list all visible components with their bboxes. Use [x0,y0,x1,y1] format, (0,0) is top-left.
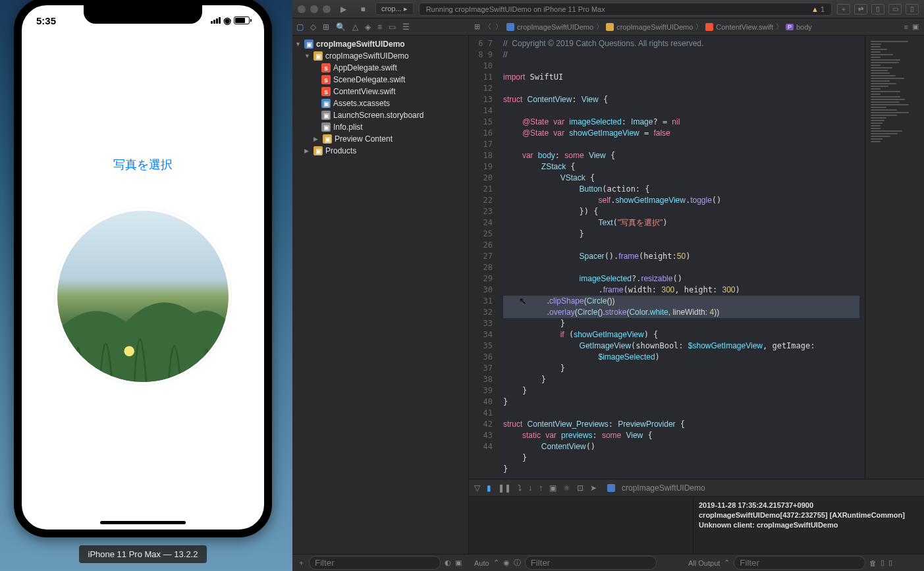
editor-header: ⊞ 〈 〉 cropImageSwiftUIDemo 〉 cropImageSw… [469,18,924,36]
notch [84,5,202,24]
folder-item[interactable]: ▼▣cropImageSwiftUIDemo [292,50,468,62]
related-items-icon[interactable]: ⊞ [474,22,480,31]
back-button[interactable]: 〈 [484,22,491,32]
ios-simulator: 5:35 ◉ 写真を選択 iPhone 11 Pro Max — 13.2.2 [8,0,278,564]
all-output-selector[interactable]: All Output [688,559,720,567]
activity-status: Running cropImageSwiftUIDemo on iPhone 1… [419,3,832,16]
step-over-icon[interactable]: ⤵ [518,483,522,493]
file-item-appdelegate[interactable]: sAppDelegate.swift [292,62,468,74]
variables-view[interactable] [469,497,693,554]
status-text: Running cropImageSwiftUIDemo on iPhone 1… [426,5,605,13]
folder-preview-content[interactable]: ▶▣Preview Content [292,133,468,145]
debug-footer: Auto⌃ ◉ ⓘ All Output⌃ 🗑 ▯ ▯ [469,554,924,571]
folder-products[interactable]: ▶▣Products [292,145,468,157]
breakpoints-toggle[interactable]: ▮ [487,483,491,493]
stop-button[interactable]: ■ [356,3,370,15]
editor-area: ⊞ 〈 〉 cropImageSwiftUIDemo 〉 cropImageSw… [469,18,924,571]
toggle-bottom-panel-button[interactable]: ▭ [888,4,902,14]
quicklook-icon[interactable]: ◉ [503,558,510,567]
simulator-device-label: iPhone 11 Pro Max — 13.2.2 [79,545,207,563]
run-button[interactable]: ▶ [336,3,350,15]
file-tree: ▼▣cropImageSwiftUIDemo ▼▣cropImageSwiftU… [292,36,468,159]
scheme-selector[interactable]: crop... ▸ [375,3,414,15]
file-item-contentview[interactable]: sContentView.swift [292,86,468,97]
memory-graph-icon[interactable]: ⚛ [563,483,570,493]
hide-debug-icon[interactable]: ▽ [474,483,480,493]
xcode-window: ▶ ■ crop... ▸ Running cropImageSwiftUIDe… [292,0,924,571]
navigator-tabs: ▢ ◇ ⊞ 🔍 △ ◈ ≡ ▭ ☰ [292,18,469,36]
target-icon [607,484,615,492]
symbol-tab[interactable]: ⊞ [323,22,329,32]
scm-filter-icon[interactable]: ▣ [455,558,462,567]
editor-body: 6 7 8 9 10 11 12 13 14 15 16 17 18 19 20… [469,36,924,479]
breadcrumb[interactable]: cropImageSwiftUIDemo 〉 cropImageSwiftUID… [506,22,812,32]
environment-icon[interactable]: ⊡ [577,483,584,493]
select-photo-button[interactable]: 写真を選択 [113,157,173,173]
xcode-main: ▢ ◇ ⊞ 🔍 △ ◈ ≡ ▭ ☰ ▼▣cropImageSwiftUIDemo… [292,18,924,571]
clear-console-icon[interactable]: 🗑 [869,559,877,567]
toggle-console-icon[interactable]: ▯ [888,558,892,567]
info-icon[interactable]: ⓘ [514,558,521,568]
variables-filter-input[interactable] [525,556,657,570]
close-window-icon[interactable] [298,5,306,13]
file-item-infoplist[interactable]: ▣Info.plist [292,121,468,133]
debug-toolbar: ▽ ▮ ❚❚ ⤵ ↓ ↑ ▣ ⚛ ⊡ ➤ cropImageSwiftUIDem… [469,479,924,497]
source-control-tab[interactable]: ◇ [310,22,316,32]
location-icon[interactable]: ➤ [590,483,597,493]
test-tab[interactable]: ◈ [365,22,371,32]
app-content: 写真を選択 [22,5,264,530]
code-editor[interactable]: // Copyright © 2019 Catch Questions. All… [498,36,865,479]
window-controls[interactable] [298,5,331,13]
grass-illustration [57,279,229,382]
toggle-vars-icon[interactable]: ▯ [881,558,884,567]
assistant-editor-icon[interactable]: ▣ [912,22,919,31]
file-item-launchscreen[interactable]: ▣LaunchScreen.storyboard [292,109,468,121]
warning-icon: ▲ [811,5,819,13]
recent-filter-icon[interactable]: ◐ [445,558,451,567]
add-target-button[interactable]: ＋ [298,558,305,568]
property-icon: P [786,24,794,30]
iphone-frame: 5:35 ◉ 写真を選択 [14,0,272,537]
project-root[interactable]: ▼▣cropImageSwiftUIDemo [292,38,468,50]
warning-badge[interactable]: ▲1 [811,5,825,13]
debug-area: ▽ ▮ ❚❚ ⤵ ↓ ↑ ▣ ⚛ ⊡ ➤ cropImageSwiftUIDem… [469,479,924,571]
swift-file-icon [705,23,713,31]
library-button[interactable]: ＋ [837,4,850,14]
editor-options-icon[interactable]: ≡ [904,23,908,31]
file-item-scenedelegate[interactable]: sSceneDelegate.swift [292,74,468,86]
selected-image-preview [55,208,231,385]
debug-target-label[interactable]: cropImageSwiftUIDemo [622,483,705,493]
folder-icon [606,23,614,31]
line-gutter: 6 7 8 9 10 11 12 13 14 15 16 17 18 19 20… [469,36,498,479]
step-into-icon[interactable]: ↓ [528,483,532,493]
file-item-assets[interactable]: ▣Assets.xcassets [292,97,468,109]
minimap-content [871,41,919,144]
step-out-icon[interactable]: ↑ [539,483,543,493]
console-filter-input[interactable] [734,556,865,570]
report-tab[interactable]: ☰ [402,22,410,32]
breakpoint-tab[interactable]: ▭ [389,22,396,32]
navigator-footer: ＋ ◐ ▣ [292,554,469,571]
project-navigator-tab[interactable]: ▢ [296,22,304,32]
issue-tab[interactable]: △ [352,22,358,32]
minimap[interactable] [865,36,924,479]
console-output[interactable]: 2019-11-28 17:35:24.215737+0900 cropImag… [693,497,924,554]
project-icon [506,23,514,31]
auto-label[interactable]: Auto [474,559,489,567]
zoom-window-icon[interactable] [323,5,331,13]
minimize-window-icon[interactable] [310,5,318,13]
navigator-filter-input[interactable] [309,556,441,570]
project-navigator[interactable]: ▼▣cropImageSwiftUIDemo ▼▣cropImageSwiftU… [292,36,469,554]
xcode-toolbar: ▶ ■ crop... ▸ Running cropImageSwiftUIDe… [292,0,924,18]
debug-body: 2019-11-28 17:35:24.215737+0900 cropImag… [469,497,924,554]
toggle-left-panel-button[interactable]: ▯ [871,4,884,14]
home-indicator[interactable] [100,521,186,524]
forward-button[interactable]: 〉 [495,22,503,32]
code-review-button[interactable]: ⇄ [854,4,867,14]
debug-view-icon[interactable]: ▣ [549,483,557,493]
toggle-right-panel-button[interactable]: ▯ [906,4,919,14]
find-tab[interactable]: 🔍 [336,22,346,32]
debug-tab[interactable]: ≡ [377,22,382,32]
pause-button[interactable]: ❚❚ [498,483,511,493]
svg-point-0 [124,346,134,356]
